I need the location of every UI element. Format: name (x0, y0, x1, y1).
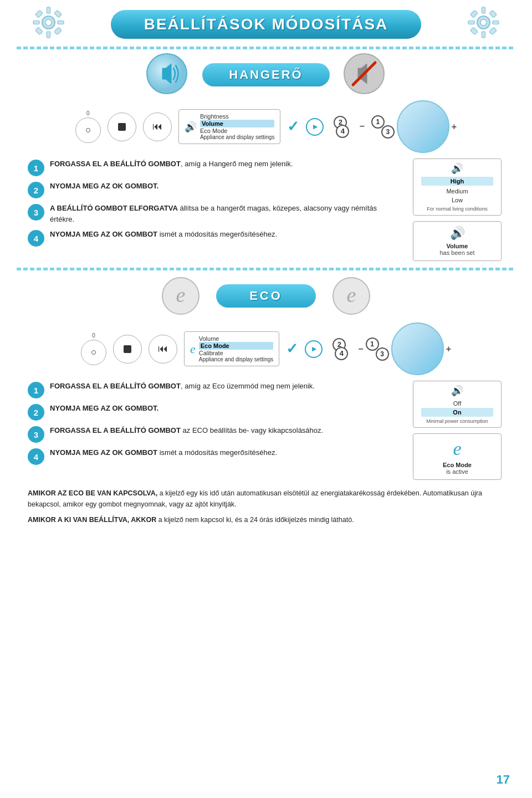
minus-sign: − (359, 121, 364, 131)
num-4: 4 (336, 125, 349, 138)
main-knob-with-badge: 1 3 + (371, 100, 457, 153)
eco-step-num-4: 4 (28, 448, 44, 465)
section1-steps-row: 1 Forgassa el a beállító gombot, amíg a … (6, 155, 526, 264)
eco-num-4: 4 (335, 347, 348, 360)
para-eco-off: Amikor a KI van beállítva, akkor a kijel… (28, 514, 504, 525)
plus-sign: + (452, 122, 457, 132)
svg-text:e: e (346, 283, 356, 306)
num-13-badge: 1 3 (371, 115, 395, 139)
eco-menu-eco-selected: Eco Mode (199, 342, 274, 350)
eco-title-box: ECO (216, 284, 316, 308)
vol-high: High (421, 177, 493, 186)
menu-box-1: 🔊 Brightness Volume Eco Mode Appliance a… (178, 109, 281, 144)
off-on-box: 🔊 Off On Minimal power consumption (413, 381, 502, 428)
minimal-power-note: Minimal power consumption (421, 418, 493, 424)
svg-rect-13 (482, 32, 485, 38)
eco-step-text-2: Nyomja meg az OK gombot. (50, 403, 158, 414)
svg-rect-12 (482, 7, 485, 13)
eco-step-2: 2 Nyomja meg az OK gombot. (28, 403, 401, 421)
eco-active-label2: is active (421, 468, 493, 475)
eco-menu-volume: Volume (199, 335, 274, 342)
eco-step-num-2: 2 (28, 404, 44, 421)
eco-square-button (113, 335, 142, 364)
eco-step-num-3: 3 (28, 426, 44, 443)
menu-items-1: Brightness Volume Eco Mode Appliance and… (200, 113, 275, 140)
eco-knob-dot (91, 350, 96, 355)
menu-speaker-icon: 🔊 (185, 121, 197, 133)
vol-set-label2: has been set (421, 249, 493, 256)
knob-circle (75, 117, 101, 143)
speaker-muted-icon (343, 53, 387, 97)
menu-item-appliance: Appliance and display settings (200, 134, 275, 140)
eco-active-label1: Eco Mode (421, 462, 493, 468)
eco-large-blue-knob (391, 323, 444, 375)
svg-point-1 (45, 19, 52, 25)
eco-knob-circle (81, 340, 106, 365)
section-eco: e ECO e 0 ⏮ (0, 274, 532, 534)
play-icon: ▶ (313, 123, 318, 130)
section2-info-boxes: 🔊 Off On Minimal power consumption e Eco… (410, 381, 504, 480)
play-button[interactable]: ▶ (306, 118, 324, 136)
section1-info-boxes: 🔊 High Medium Low For normal living cond… (410, 158, 504, 261)
eco-step-text-3: Forgassa el a beállító gombot az ECO beá… (50, 425, 323, 436)
svg-rect-2 (47, 7, 50, 13)
section2-steps: 1 Forgassa el a beállító gombot, amíg az… (28, 381, 401, 480)
bottom-paragraphs: Amikor az ECO be van kapcsolva, a kijelz… (6, 483, 526, 534)
stop-icon (118, 123, 126, 131)
eco-minus-sign: − (358, 344, 363, 354)
eco-num-24-badge: 2 4 (329, 338, 351, 360)
eco-zero-knob: 0 (81, 332, 106, 365)
off-on-icon: 🔊 (451, 385, 463, 397)
step-1: 1 Forgassa el a beállító gombot, amíg a … (28, 158, 401, 176)
step-num-4: 4 (28, 230, 44, 247)
controls-row-1: 0 ⏮ 🔊 Brightness Volume Eco Mode Applian… (6, 98, 526, 155)
hangero-title-box: HANGERŐ (202, 63, 329, 86)
eco-header: e ECO e (6, 274, 526, 318)
eco-step-text-4: Nyomja meg az OK gombot ismét a módosítá… (50, 447, 277, 458)
menu-item-brightness: Brightness (200, 113, 275, 120)
eco-menu-appliance: Appliance and display settings (199, 356, 274, 362)
step-text-1: Forgassa el a beállító gombot, amíg a Ha… (50, 158, 293, 170)
step-4: 4 Nyomja meg az OK gombot ismét a módosí… (28, 229, 401, 247)
main-knob-group: − (359, 121, 364, 132)
eco-step-num-1: 1 (28, 382, 44, 398)
section1-steps: 1 Forgassa el a beállító gombot, amíg a … (28, 158, 401, 261)
eco-back-icon: ⏮ (158, 343, 168, 355)
volume-set-box: 🔊 Volume has been set (413, 221, 502, 261)
page-number: 17 (497, 773, 510, 787)
svg-rect-19 (489, 27, 497, 35)
svg-rect-9 (54, 27, 62, 35)
back-button: ⏮ (143, 112, 172, 141)
checkmark-icon: ✓ (287, 118, 299, 135)
gear-icon-left (30, 4, 66, 43)
para-eco-on: Amikor az ECO be van kapcsolva, a kijelz… (28, 488, 504, 510)
num-24-badge: 2 4 (330, 116, 352, 138)
vol-box-header: 🔊 (421, 162, 493, 175)
num-3: 3 (381, 125, 395, 139)
eco-num-3: 3 (376, 347, 389, 361)
eco-menu-items: Volume Eco Mode Calibrate Appliance and … (199, 335, 274, 362)
gear-icon-right (466, 4, 502, 43)
knob-dot (86, 128, 90, 132)
speaker-active-icon (145, 53, 189, 97)
step-text-2: Nyomja meg az OK gombot. (50, 181, 158, 192)
vol-box-speaker-icon: 🔊 (451, 162, 463, 175)
step-num-3: 3 (28, 204, 44, 221)
step-num-2: 2 (28, 182, 44, 198)
eco-icon-right: e (329, 274, 374, 318)
eco-active-box: e Eco Mode is active (413, 433, 502, 480)
eco-step-text-1: Forgassa el a beállító gombot, amíg az E… (50, 381, 315, 392)
eco-title: ECO (249, 289, 283, 303)
hangero-header: HANGERŐ (6, 53, 526, 97)
svg-point-11 (480, 19, 487, 25)
eco-step-1: 1 Forgassa el a beállító gombot, amíg az… (28, 381, 401, 398)
eco-num-1: 1 (366, 337, 379, 351)
vol-set-label1: Volume (421, 243, 493, 249)
svg-rect-15 (493, 21, 499, 24)
vol-set-speaker-icon: 🔊 (421, 226, 493, 241)
svg-rect-5 (58, 21, 64, 24)
controls-row-2: 0 ⏮ e Volume Eco Mode Calibrate Applianc… (6, 320, 526, 377)
svg-rect-8 (35, 27, 43, 35)
num-1: 1 (371, 115, 385, 129)
eco-play-button[interactable]: ▶ (305, 340, 323, 358)
